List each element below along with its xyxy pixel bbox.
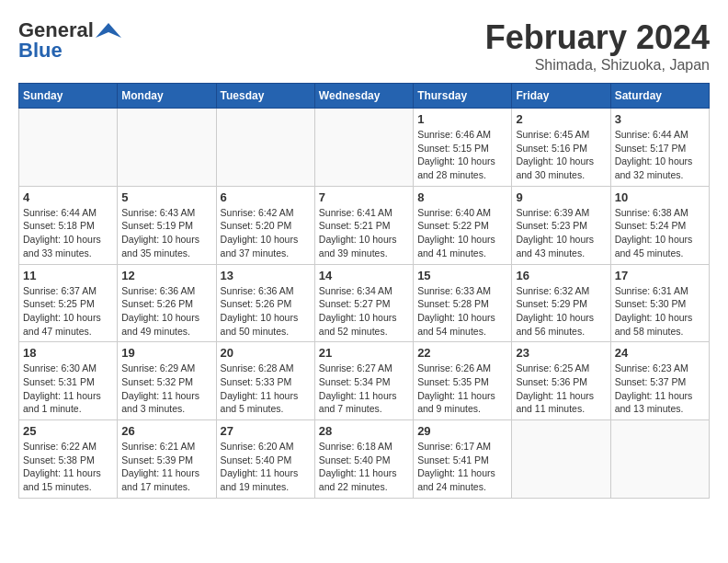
calendar-cell [512, 420, 610, 499]
day-info: Sunrise: 6:30 AMSunset: 5:31 PMDaylight:… [23, 362, 113, 416]
day-number: 6 [221, 190, 311, 204]
day-info: Sunrise: 6:17 AMSunset: 5:41 PMDaylight:… [417, 440, 507, 494]
day-info: Sunrise: 6:28 AMSunset: 5:33 PMDaylight:… [221, 362, 311, 416]
day-number: 5 [121, 190, 211, 204]
day-info: Sunrise: 6:32 AMSunset: 5:29 PMDaylight:… [516, 284, 606, 339]
calendar-cell: 29Sunrise: 6:17 AMSunset: 5:41 PMDayligh… [414, 420, 512, 499]
day-number: 18 [23, 346, 113, 360]
header-monday: Monday [118, 84, 216, 109]
calendar-cell: 22Sunrise: 6:26 AMSunset: 5:35 PMDayligh… [414, 342, 512, 420]
calendar-cell: 17Sunrise: 6:31 AMSunset: 5:30 PMDayligh… [610, 264, 709, 342]
day-info: Sunrise: 6:34 AMSunset: 5:27 PMDaylight:… [319, 284, 409, 339]
title-area: February 2024 Shimada, Shizuoka, Japan [485, 18, 710, 74]
location: Shimada, Shizuoka, Japan [485, 57, 710, 74]
calendar: SundayMondayTuesdayWednesdayThursdayFrid… [18, 83, 710, 499]
calendar-cell: 10Sunrise: 6:38 AMSunset: 5:24 PMDayligh… [610, 186, 709, 264]
svg-marker-0 [96, 23, 121, 38]
header-friday: Friday [512, 84, 610, 109]
day-number: 2 [516, 112, 606, 126]
day-number: 23 [516, 346, 606, 360]
day-number: 27 [221, 424, 311, 438]
calendar-cell: 23Sunrise: 6:25 AMSunset: 5:36 PMDayligh… [512, 342, 610, 420]
calendar-cell: 11Sunrise: 6:37 AMSunset: 5:25 PMDayligh… [19, 264, 118, 342]
calendar-cell: 24Sunrise: 6:23 AMSunset: 5:37 PMDayligh… [610, 342, 709, 420]
day-info: Sunrise: 6:23 AMSunset: 5:37 PMDaylight:… [615, 362, 705, 416]
day-number: 21 [319, 346, 409, 360]
day-number: 20 [221, 346, 311, 360]
logo-blue: Blue [18, 39, 63, 63]
day-info: Sunrise: 6:41 AMSunset: 5:21 PMDaylight:… [319, 206, 409, 260]
day-info: Sunrise: 6:43 AMSunset: 5:19 PMDaylight:… [121, 206, 211, 260]
day-number: 29 [417, 424, 507, 438]
calendar-header-row: SundayMondayTuesdayWednesdayThursdayFrid… [19, 84, 710, 109]
day-number: 10 [615, 190, 705, 204]
day-number: 17 [615, 269, 705, 282]
day-number: 4 [23, 190, 113, 204]
calendar-cell: 6Sunrise: 6:42 AMSunset: 5:20 PMDaylight… [216, 186, 314, 264]
day-number: 22 [417, 346, 507, 360]
calendar-cell: 28Sunrise: 6:18 AMSunset: 5:40 PMDayligh… [314, 420, 413, 499]
calendar-cell: 13Sunrise: 6:36 AMSunset: 5:26 PMDayligh… [216, 264, 314, 342]
day-info: Sunrise: 6:39 AMSunset: 5:23 PMDaylight:… [516, 206, 606, 260]
calendar-cell: 14Sunrise: 6:34 AMSunset: 5:27 PMDayligh… [314, 264, 413, 342]
day-number: 13 [221, 269, 311, 282]
day-number: 8 [417, 190, 507, 204]
calendar-week-2: 4Sunrise: 6:44 AMSunset: 5:18 PMDaylight… [19, 186, 710, 264]
calendar-cell: 19Sunrise: 6:29 AMSunset: 5:32 PMDayligh… [118, 342, 216, 420]
day-number: 14 [319, 269, 409, 282]
day-info: Sunrise: 6:25 AMSunset: 5:36 PMDaylight:… [516, 362, 606, 416]
day-info: Sunrise: 6:38 AMSunset: 5:24 PMDaylight:… [615, 206, 705, 260]
day-info: Sunrise: 6:42 AMSunset: 5:20 PMDaylight:… [221, 206, 311, 260]
calendar-cell [118, 109, 216, 187]
calendar-cell: 16Sunrise: 6:32 AMSunset: 5:29 PMDayligh… [512, 264, 610, 342]
day-info: Sunrise: 6:18 AMSunset: 5:40 PMDaylight:… [319, 440, 409, 494]
calendar-cell: 9Sunrise: 6:39 AMSunset: 5:23 PMDaylight… [512, 186, 610, 264]
day-number: 9 [516, 190, 606, 204]
calendar-cell: 5Sunrise: 6:43 AMSunset: 5:19 PMDaylight… [118, 186, 216, 264]
calendar-cell [610, 420, 709, 499]
logo-bird-icon [96, 21, 121, 40]
day-info: Sunrise: 6:29 AMSunset: 5:32 PMDaylight:… [121, 362, 211, 416]
calendar-week-3: 11Sunrise: 6:37 AMSunset: 5:25 PMDayligh… [19, 264, 710, 342]
calendar-week-1: 1Sunrise: 6:46 AMSunset: 5:15 PMDaylight… [19, 109, 710, 187]
calendar-cell: 27Sunrise: 6:20 AMSunset: 5:40 PMDayligh… [216, 420, 314, 499]
header: General Blue February 2024 Shimada, Shiz… [18, 18, 710, 74]
logo: General Blue [18, 18, 121, 63]
calendar-cell: 20Sunrise: 6:28 AMSunset: 5:33 PMDayligh… [216, 342, 314, 420]
day-info: Sunrise: 6:36 AMSunset: 5:26 PMDaylight:… [121, 284, 211, 339]
day-info: Sunrise: 6:27 AMSunset: 5:34 PMDaylight:… [319, 362, 409, 416]
day-info: Sunrise: 6:21 AMSunset: 5:39 PMDaylight:… [121, 440, 211, 494]
header-wednesday: Wednesday [314, 84, 413, 109]
calendar-cell: 4Sunrise: 6:44 AMSunset: 5:18 PMDaylight… [19, 186, 118, 264]
calendar-cell: 18Sunrise: 6:30 AMSunset: 5:31 PMDayligh… [19, 342, 118, 420]
day-info: Sunrise: 6:44 AMSunset: 5:18 PMDaylight:… [23, 206, 113, 260]
day-number: 25 [23, 424, 113, 438]
day-number: 11 [23, 269, 113, 282]
day-number: 19 [121, 346, 211, 360]
calendar-cell: 15Sunrise: 6:33 AMSunset: 5:28 PMDayligh… [414, 264, 512, 342]
calendar-cell [314, 109, 413, 187]
calendar-cell: 12Sunrise: 6:36 AMSunset: 5:26 PMDayligh… [118, 264, 216, 342]
day-number: 3 [615, 112, 705, 126]
day-number: 15 [417, 269, 507, 282]
calendar-cell: 3Sunrise: 6:44 AMSunset: 5:17 PMDaylight… [610, 109, 709, 187]
day-info: Sunrise: 6:26 AMSunset: 5:35 PMDaylight:… [417, 362, 507, 416]
calendar-cell: 21Sunrise: 6:27 AMSunset: 5:34 PMDayligh… [314, 342, 413, 420]
day-info: Sunrise: 6:44 AMSunset: 5:17 PMDaylight:… [615, 128, 705, 182]
calendar-cell: 7Sunrise: 6:41 AMSunset: 5:21 PMDaylight… [314, 186, 413, 264]
calendar-cell: 25Sunrise: 6:22 AMSunset: 5:38 PMDayligh… [19, 420, 118, 499]
day-number: 28 [319, 424, 409, 438]
calendar-cell: 2Sunrise: 6:45 AMSunset: 5:16 PMDaylight… [512, 109, 610, 187]
day-info: Sunrise: 6:37 AMSunset: 5:25 PMDaylight:… [23, 284, 113, 339]
calendar-cell: 8Sunrise: 6:40 AMSunset: 5:22 PMDaylight… [414, 186, 512, 264]
day-number: 12 [121, 269, 211, 282]
day-number: 1 [417, 112, 507, 126]
header-saturday: Saturday [610, 84, 709, 109]
day-number: 7 [319, 190, 409, 204]
header-sunday: Sunday [19, 84, 118, 109]
calendar-cell [19, 109, 118, 187]
header-thursday: Thursday [414, 84, 512, 109]
month-title: February 2024 [485, 18, 710, 57]
calendar-cell: 26Sunrise: 6:21 AMSunset: 5:39 PMDayligh… [118, 420, 216, 499]
calendar-cell: 1Sunrise: 6:46 AMSunset: 5:15 PMDaylight… [414, 109, 512, 187]
